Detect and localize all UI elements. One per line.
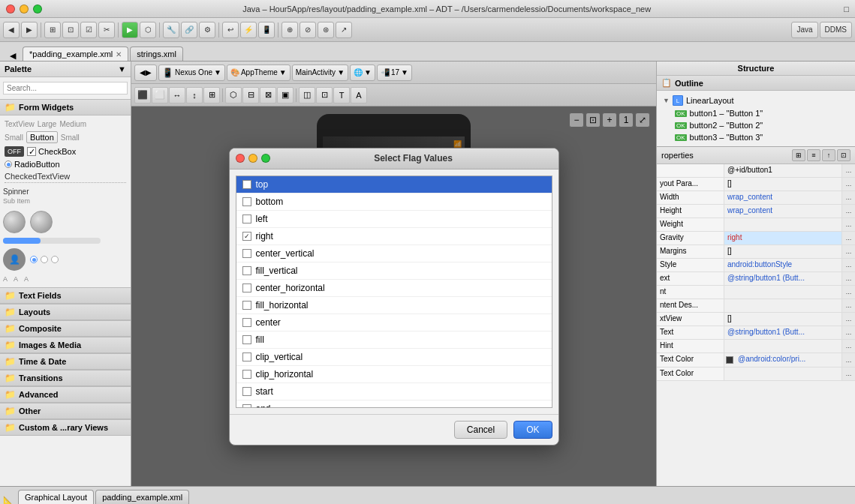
java-perspective-btn[interactable]: Java [791, 22, 817, 38]
close-button[interactable] [6, 4, 15, 14]
eib-btn-6[interactable]: ⬡ [225, 87, 242, 104]
toolbar-btn-7[interactable]: ⬡ [140, 22, 156, 38]
toolbar-btn-10[interactable]: ⚙ [199, 22, 215, 38]
toolbar-btn-5[interactable]: ☑ [80, 22, 97, 38]
ddms-perspective-btn[interactable]: DDMS [820, 22, 852, 38]
checkbox-widget[interactable]: ✓ CheckBox [27, 147, 76, 156]
eib-btn-13[interactable]: A [351, 87, 367, 104]
toolbar-btn-3[interactable]: ⊞ [44, 22, 61, 38]
spinner-widget[interactable]: Spinner Sub Item [3, 184, 128, 208]
knob-1[interactable] [3, 211, 26, 233]
toolbar-btn-run[interactable]: ▶ [122, 22, 138, 38]
theme-dropdown[interactable]: 🎨 AppTheme ▼ [227, 64, 291, 81]
eib-btn-9[interactable]: ▣ [277, 87, 294, 104]
editor-nav-btn[interactable]: ◀▶ [134, 64, 157, 81]
toolbar-btn-13[interactable]: 📱 [258, 22, 275, 38]
prop-edit-layout-params[interactable]: … [841, 178, 855, 190]
toolbar-btn-1[interactable]: ◀ [3, 22, 20, 38]
eib-btn-12[interactable]: T [333, 87, 350, 104]
tab-strings[interactable]: strings.xml [130, 46, 183, 61]
prop-edit-margins[interactable]: … [841, 245, 855, 258]
toolbar-btn-8[interactable]: 🔧 [163, 22, 179, 38]
minimize-button[interactable] [20, 4, 29, 14]
flag-item-fill-horizontal[interactable]: fill_horizontal [236, 297, 552, 314]
radio-widget[interactable]: RadioButton [5, 160, 60, 169]
button-widget[interactable]: Button [26, 131, 58, 143]
tab-graphical-layout[interactable]: Graphical Layout [18, 490, 94, 504]
progress-bar[interactable] [3, 238, 101, 244]
small-label-1[interactable]: Small [5, 134, 23, 142]
eib-btn-3[interactable]: ↔ [169, 87, 185, 104]
prop-edit-height[interactable]: … [841, 205, 855, 218]
tab-xml-layout[interactable]: padding_example.xml [95, 490, 189, 504]
activity-dropdown[interactable]: MainActivity ▼ [292, 64, 348, 81]
tree-item-button1[interactable]: OK button1 – "Button 1" [660, 107, 852, 119]
dialog-ok-button[interactable]: OK [513, 421, 552, 439]
flag-item-center-horizontal[interactable]: center_horizontal [236, 280, 552, 297]
prop-edit-nt[interactable]: … [841, 286, 855, 298]
toolbar-btn-9[interactable]: 🔗 [181, 22, 197, 38]
flag-item-center-vertical[interactable]: center_vertical [236, 245, 552, 262]
palette-section-form-widgets[interactable]: 📁 Form Widgets [0, 99, 131, 116]
palette-section-advanced[interactable]: 📁 Advanced [0, 386, 131, 403]
prop-btn-2[interactable]: ≡ [807, 149, 820, 161]
prop-edit-text[interactable]: … [841, 326, 855, 339]
medium-label[interactable]: Medium [59, 120, 86, 128]
eib-btn-8[interactable]: ⊠ [260, 87, 276, 104]
flag-item-fill-vertical[interactable]: fill_vertical [236, 262, 552, 280]
toolbar-btn-15[interactable]: ⊘ [300, 22, 316, 38]
nexus-one-dropdown[interactable]: 📱 Nexus One ▼ [158, 64, 225, 81]
toggle-off-widget[interactable]: OFF [5, 146, 24, 157]
api-dropdown[interactable]: 📲 17 ▼ [377, 64, 412, 81]
dialog-cancel-button[interactable]: Cancel [454, 421, 507, 439]
prop-edit-xtview[interactable]: … [841, 313, 855, 326]
palette-section-time-date[interactable]: 📁 Time & Date [0, 353, 131, 370]
flag-item-right[interactable]: right [236, 228, 552, 245]
eib-btn-4[interactable]: ↕ [186, 87, 203, 104]
prop-edit-style[interactable]: … [841, 259, 855, 272]
eib-btn-11[interactable]: ⊡ [316, 87, 333, 104]
maximize-button[interactable] [33, 4, 42, 14]
palette-section-composite[interactable]: 📁 Composite [0, 320, 131, 337]
toolbar-btn-14[interactable]: ⊕ [281, 22, 298, 38]
palette-search-input[interactable] [3, 82, 128, 94]
prop-edit-text-short[interactable]: … [841, 272, 855, 285]
checked-textview-widget[interactable]: CheckedTextView [5, 172, 126, 183]
palette-section-other[interactable]: 📁 Other [0, 403, 131, 419]
prop-btn-4[interactable]: ⊡ [837, 149, 850, 161]
palette-section-text-fields[interactable]: 📁 Text Fields [0, 287, 131, 304]
tree-item-linearlayout[interactable]: ▼ L LinearLayout [660, 94, 852, 107]
prop-edit-width[interactable]: … [841, 191, 855, 204]
toolbar-btn-11[interactable]: ↩ [222, 22, 239, 38]
toolbar-btn-2[interactable]: ▶ [21, 22, 38, 38]
prop-edit-text-color-1[interactable]: … [841, 353, 855, 367]
flag-item-left[interactable]: left [236, 211, 552, 228]
dialog-minimize-btn[interactable] [248, 154, 257, 163]
flag-item-clip-vertical[interactable]: clip_vertical [236, 349, 552, 366]
knob-2[interactable] [30, 211, 53, 233]
prop-edit-gravity[interactable]: … [841, 232, 855, 244]
eib-btn-2[interactable]: ⬜ [152, 87, 168, 104]
toolbar-btn-16[interactable]: ⊛ [318, 22, 334, 38]
palette-menu-btn[interactable]: ▼ [118, 64, 126, 74]
toolbar-btn-17[interactable]: ↗ [336, 22, 352, 38]
toolbar-btn-6[interactable]: ✂ [98, 22, 115, 38]
prop-edit-ntent[interactable]: … [841, 299, 855, 312]
toolbar-btn-12[interactable]: ⚡ [240, 22, 257, 38]
large-label[interactable]: Large [38, 120, 57, 128]
prop-edit-weight[interactable]: … [841, 218, 855, 231]
flag-item-start[interactable]: start [236, 383, 552, 400]
eib-btn-1[interactable]: ⬛ [134, 87, 151, 104]
tree-item-button2[interactable]: OK button2 – "Button 2" [660, 119, 852, 131]
sidebar-toggle[interactable]: ◀ [3, 51, 23, 61]
locale-dropdown[interactable]: 🌐 ▼ [350, 64, 375, 81]
palette-section-images-media[interactable]: 📁 Images & Media [0, 337, 131, 353]
flag-item-end[interactable]: end [236, 400, 552, 408]
prop-edit-hint[interactable]: … [841, 340, 855, 352]
palette-section-transitions[interactable]: 📁 Transitions [0, 370, 131, 386]
tree-item-button3[interactable]: OK button3 – "Button 3" [660, 131, 852, 143]
eib-btn-5[interactable]: ⊞ [203, 87, 220, 104]
small-label-2[interactable]: Small [61, 134, 80, 142]
flag-item-center[interactable]: center [236, 314, 552, 332]
flag-item-bottom[interactable]: bottom [236, 194, 552, 211]
